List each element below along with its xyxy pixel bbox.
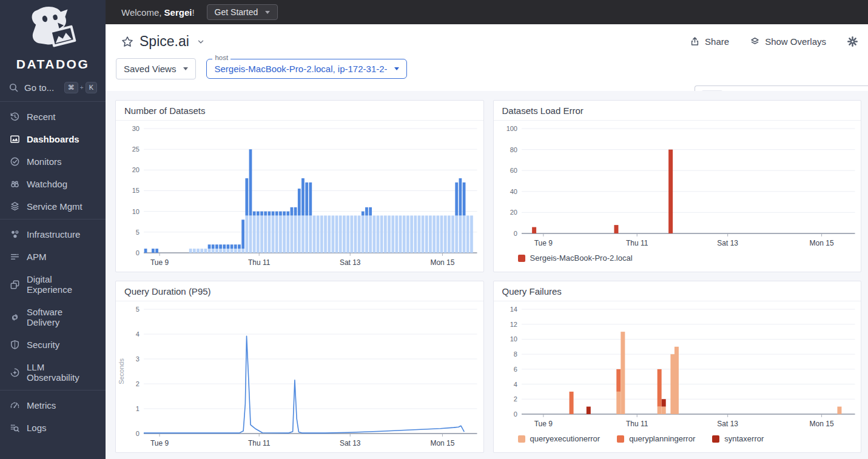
sidebar-item-service-mgmt[interactable]: Service Mgmt <box>0 195 106 218</box>
sidebar-item-infrastructure[interactable]: Infrastructure <box>0 223 106 246</box>
digital-experience-icon <box>10 280 20 290</box>
sidebar-item-watchdog[interactable]: Watchdog <box>0 173 106 195</box>
svg-text:0: 0 <box>136 430 140 437</box>
svg-text:14: 14 <box>510 306 517 313</box>
legend-label: Sergeis-MacBook-Pro-2.local <box>530 253 633 263</box>
svg-text:Mon 15: Mon 15 <box>809 239 833 247</box>
legend-item[interactable]: queryplanningerror <box>617 434 695 443</box>
svg-text:15: 15 <box>132 187 140 195</box>
svg-text:Tue 9: Tue 9 <box>150 258 169 267</box>
svg-text:0: 0 <box>513 410 517 418</box>
sidebar-item-label: Software Delivery <box>27 307 96 327</box>
infrastructure-icon <box>10 229 20 240</box>
sidebar-divider <box>0 101 106 102</box>
share-button[interactable]: Share <box>690 36 729 47</box>
svg-text:100: 100 <box>506 125 517 132</box>
svg-text:8: 8 <box>513 350 517 358</box>
apm-icon <box>10 252 20 262</box>
chevron-down-icon[interactable] <box>197 38 205 46</box>
legend-swatch <box>518 255 525 262</box>
legend-item[interactable]: queryexecutionerror <box>518 434 601 443</box>
svg-text:40: 40 <box>510 188 517 195</box>
legend-label: queryplanningerror <box>629 434 695 443</box>
sidebar-item-digital-experience[interactable]: Digital Experience <box>0 268 106 301</box>
sidebar-item-label: Watchdog <box>27 179 67 189</box>
sidebar-nav: RecentDashboardsMonitorsWatchdogService … <box>0 106 106 439</box>
sidebar-item-label: Infrastructure <box>27 229 80 240</box>
svg-text:Tue 9: Tue 9 <box>150 439 169 447</box>
svg-text:20: 20 <box>132 166 140 173</box>
host-select[interactable]: host Sergeis-MacBook-Pro-2.local, ip-172… <box>206 59 407 79</box>
software-delivery-icon <box>10 312 20 323</box>
sidebar-item-monitors[interactable]: Monitors <box>0 150 106 173</box>
chart-number-of-datasets[interactable]: 051015202530Tue 9Thu 11Sat 13Mon 15 <box>116 121 483 270</box>
user-name: Sergei <box>164 7 192 18</box>
sidebar-item-metrics[interactable]: Metrics <box>0 394 106 417</box>
panel-query-duration: Query Duration (P95) 012345Tue 9Thu 11Sa… <box>115 281 484 453</box>
svg-text:Sat 13: Sat 13 <box>717 239 738 247</box>
svg-text:0: 0 <box>513 230 517 237</box>
caret-down-icon <box>183 67 188 70</box>
svg-text:4: 4 <box>513 381 517 388</box>
chart-datasets-load-error[interactable]: 020406080100Tue 9Thu 11Sat 13Mon 15 <box>494 121 861 250</box>
panel-datasets-load-error: Datasets Load Error 020406080100Tue 9Thu… <box>493 100 862 272</box>
search-icon <box>8 82 19 93</box>
legend-item[interactable]: Sergeis-MacBook-Pro-2.local <box>518 253 633 263</box>
sidebar-item-security[interactable]: Security <box>0 333 106 356</box>
svg-text:Thu 11: Thu 11 <box>248 439 271 447</box>
legend-label: syntaxerror <box>724 434 764 443</box>
datadog-wordmark: DATADOG <box>0 57 106 72</box>
sidebar-item-dashboards[interactable]: Dashboards <box>0 128 106 150</box>
go-to-search[interactable]: Go to... ⌘ + K <box>0 74 106 100</box>
sidebar-item-logs[interactable]: Logs <box>0 417 106 439</box>
sidebar: DATADOG Go to... ⌘ + K RecentDashboardsM… <box>0 0 106 459</box>
svg-text:25: 25 <box>132 146 140 153</box>
svg-text:12: 12 <box>510 321 517 328</box>
sidebar-item-llm-observability[interactable]: LLM Observability <box>0 356 106 389</box>
svg-text:3: 3 <box>136 355 140 363</box>
favorite-star-icon[interactable] <box>121 36 133 48</box>
svg-text:30: 30 <box>132 125 140 132</box>
get-started-button[interactable]: Get Started <box>207 4 278 20</box>
host-select-value: Sergeis-MacBook-Pro-2.local, ip-172-31-2… <box>214 64 387 74</box>
svg-text:1: 1 <box>136 405 140 412</box>
svg-text:2: 2 <box>136 380 140 387</box>
chart-query-duration-p95[interactable]: 012345Tue 9Thu 11Sat 13Mon 15Seconds <box>116 301 483 451</box>
sidebar-item-recent[interactable]: Recent <box>0 106 106 128</box>
svg-text:5: 5 <box>136 229 140 236</box>
legend-label: queryexecutionerror <box>530 434 601 443</box>
svg-text:Tue 9: Tue 9 <box>534 239 553 247</box>
chart-legend: Sergeis-MacBook-Pro-2.local <box>494 250 861 263</box>
svg-text:4: 4 <box>136 330 140 338</box>
saved-views-button[interactable]: Saved Views <box>116 58 196 79</box>
cmd-keycap: ⌘ <box>64 82 78 93</box>
logs-icon <box>10 423 20 433</box>
svg-text:20: 20 <box>510 209 517 216</box>
sidebar-item-apm[interactable]: APM <box>0 246 106 268</box>
panel-title: Datasets Load Error <box>494 101 861 121</box>
settings-gear-icon[interactable] <box>847 36 858 47</box>
svg-text:Sat 13: Sat 13 <box>340 258 361 267</box>
svg-text:Sat 13: Sat 13 <box>717 420 738 428</box>
monitors-icon <box>10 156 20 167</box>
legend-swatch <box>518 435 525 443</box>
dashboards-icon <box>10 134 20 144</box>
svg-text:Mon 15: Mon 15 <box>430 439 454 447</box>
widget-grid: Number of Datasets 051015202530Tue 9Thu … <box>115 100 861 453</box>
plus-sign: + <box>80 84 84 91</box>
page-title: Spice.ai <box>140 33 189 50</box>
share-icon <box>690 36 700 47</box>
sidebar-item-label: Security <box>27 340 59 350</box>
chart-query-failures[interactable]: 02468101214Tue 9Thu 11Sat 13Mon 15 <box>494 301 861 431</box>
show-overlays-button[interactable]: Show Overlays <box>750 36 826 47</box>
datadog-logo[interactable]: DATADOG <box>0 0 106 74</box>
svg-text:Thu 11: Thu 11 <box>625 420 648 428</box>
svg-text:Mon 15: Mon 15 <box>430 258 454 267</box>
security-icon <box>10 340 20 350</box>
llm-observability-icon <box>10 367 20 378</box>
sidebar-item-software-delivery[interactable]: Software Delivery <box>0 301 106 333</box>
welcome-text: Welcome, Sergei! <box>121 7 195 18</box>
legend-swatch <box>712 435 719 443</box>
legend-item[interactable]: syntaxerror <box>712 434 764 443</box>
sidebar-item-label: Recent <box>27 112 56 122</box>
